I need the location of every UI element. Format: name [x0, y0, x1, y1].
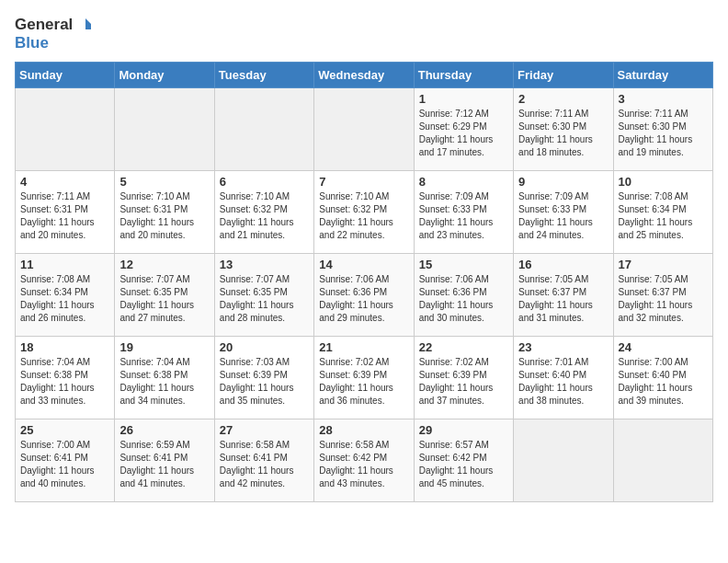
calendar-cell: [314, 87, 414, 170]
calendar-cell: [214, 87, 313, 170]
week-row-2: 4Sunrise: 7:11 AMSunset: 6:31 PMDaylight…: [16, 170, 713, 253]
page-header: General Blue: [15, 15, 713, 52]
calendar-cell: 18Sunrise: 7:04 AMSunset: 6:38 PMDayligh…: [16, 336, 115, 419]
day-number: 15: [419, 258, 508, 271]
header-day-tuesday: Tuesday: [214, 62, 313, 87]
logo-blue: Blue: [15, 35, 93, 52]
calendar-cell: 6Sunrise: 7:10 AMSunset: 6:32 PMDaylight…: [214, 170, 313, 253]
calendar-cell: 5Sunrise: 7:10 AMSunset: 6:31 PMDaylight…: [115, 170, 214, 253]
calendar-cell: 28Sunrise: 6:58 AMSunset: 6:42 PMDayligh…: [314, 419, 414, 501]
day-number: 26: [119, 423, 209, 437]
svg-rect-1: [85, 24, 91, 29]
day-number: 21: [319, 340, 408, 354]
day-number: 23: [518, 340, 608, 354]
day-info: Sunrise: 7:06 AMSunset: 6:36 PMDaylight:…: [319, 273, 408, 325]
calendar-table: SundayMondayTuesdayWednesdayThursdayFrid…: [15, 62, 713, 502]
day-number: 4: [20, 175, 109, 189]
calendar-cell: 21Sunrise: 7:02 AMSunset: 6:39 PMDayligh…: [314, 336, 414, 419]
header-day-thursday: Thursday: [414, 62, 513, 87]
calendar-cell: 1Sunrise: 7:12 AMSunset: 6:29 PMDaylight…: [414, 87, 513, 170]
calendar-cell: 13Sunrise: 7:07 AMSunset: 6:35 PMDayligh…: [214, 253, 313, 336]
calendar-cell: 11Sunrise: 7:08 AMSunset: 6:34 PMDayligh…: [16, 253, 115, 336]
calendar-cell: [613, 419, 712, 501]
day-number: 7: [319, 175, 408, 189]
week-row-1: 1Sunrise: 7:12 AMSunset: 6:29 PMDaylight…: [16, 87, 713, 170]
header-day-friday: Friday: [514, 62, 613, 87]
logo-bird-icon: [73, 15, 93, 35]
day-number: 24: [619, 340, 708, 354]
calendar-cell: 7Sunrise: 7:10 AMSunset: 6:32 PMDaylight…: [314, 170, 414, 253]
day-number: 22: [419, 340, 508, 354]
day-number: 8: [419, 175, 508, 189]
day-info: Sunrise: 7:07 AMSunset: 6:35 PMDaylight:…: [220, 273, 309, 325]
calendar-cell: 10Sunrise: 7:08 AMSunset: 6:34 PMDayligh…: [613, 170, 712, 253]
calendar-cell: 27Sunrise: 6:58 AMSunset: 6:41 PMDayligh…: [214, 419, 313, 501]
logo-general: General: [15, 17, 73, 34]
week-row-5: 25Sunrise: 7:00 AMSunset: 6:41 PMDayligh…: [16, 419, 713, 501]
calendar-cell: 24Sunrise: 7:00 AMSunset: 6:40 PMDayligh…: [613, 336, 712, 419]
day-number: 25: [20, 423, 109, 437]
day-info: Sunrise: 6:59 AMSunset: 6:41 PMDaylight:…: [119, 439, 209, 490]
day-number: 6: [220, 175, 309, 189]
calendar-cell: 15Sunrise: 7:06 AMSunset: 6:36 PMDayligh…: [414, 253, 513, 336]
day-info: Sunrise: 7:11 AMSunset: 6:30 PMDaylight:…: [518, 108, 608, 159]
calendar-cell: 25Sunrise: 7:00 AMSunset: 6:41 PMDayligh…: [16, 419, 115, 501]
day-info: Sunrise: 7:02 AMSunset: 6:39 PMDaylight:…: [319, 356, 408, 408]
day-number: 17: [619, 258, 708, 271]
day-info: Sunrise: 7:00 AMSunset: 6:41 PMDaylight:…: [20, 439, 109, 490]
calendar-cell: [16, 87, 115, 170]
calendar-cell: 23Sunrise: 7:01 AMSunset: 6:40 PMDayligh…: [514, 336, 613, 419]
calendar-cell: 19Sunrise: 7:04 AMSunset: 6:38 PMDayligh…: [115, 336, 214, 419]
day-info: Sunrise: 7:04 AMSunset: 6:38 PMDaylight:…: [119, 356, 209, 408]
calendar-header-row: SundayMondayTuesdayWednesdayThursdayFrid…: [16, 62, 713, 87]
day-number: 18: [20, 340, 109, 354]
day-number: 5: [119, 175, 209, 189]
day-number: 12: [119, 258, 209, 271]
header-day-saturday: Saturday: [613, 62, 712, 87]
day-info: Sunrise: 7:09 AMSunset: 6:33 PMDaylight:…: [518, 190, 608, 242]
calendar-cell: 8Sunrise: 7:09 AMSunset: 6:33 PMDaylight…: [414, 170, 513, 253]
day-number: 28: [319, 423, 408, 437]
day-info: Sunrise: 7:12 AMSunset: 6:29 PMDaylight:…: [419, 108, 508, 159]
day-number: 13: [220, 258, 309, 271]
header-day-monday: Monday: [115, 62, 214, 87]
day-number: 27: [220, 423, 309, 437]
day-info: Sunrise: 7:00 AMSunset: 6:40 PMDaylight:…: [619, 356, 708, 408]
day-number: 20: [220, 340, 309, 354]
day-number: 19: [119, 340, 209, 354]
day-info: Sunrise: 7:10 AMSunset: 6:32 PMDaylight:…: [319, 190, 408, 242]
day-info: Sunrise: 7:11 AMSunset: 6:31 PMDaylight:…: [20, 190, 109, 242]
calendar-cell: 2Sunrise: 7:11 AMSunset: 6:30 PMDaylight…: [514, 87, 613, 170]
day-info: Sunrise: 7:10 AMSunset: 6:32 PMDaylight:…: [220, 190, 309, 242]
day-info: Sunrise: 7:11 AMSunset: 6:30 PMDaylight:…: [619, 108, 708, 159]
day-number: 11: [20, 258, 109, 271]
svg-marker-0: [85, 18, 91, 24]
calendar-cell: 26Sunrise: 6:59 AMSunset: 6:41 PMDayligh…: [115, 419, 214, 501]
calendar-cell: 9Sunrise: 7:09 AMSunset: 6:33 PMDaylight…: [514, 170, 613, 253]
week-row-3: 11Sunrise: 7:08 AMSunset: 6:34 PMDayligh…: [16, 253, 713, 336]
day-info: Sunrise: 7:06 AMSunset: 6:36 PMDaylight:…: [419, 273, 508, 325]
day-info: Sunrise: 7:03 AMSunset: 6:39 PMDaylight:…: [220, 356, 309, 408]
day-number: 3: [619, 92, 708, 106]
calendar-cell: 22Sunrise: 7:02 AMSunset: 6:39 PMDayligh…: [414, 336, 513, 419]
day-info: Sunrise: 7:09 AMSunset: 6:33 PMDaylight:…: [419, 190, 508, 242]
day-info: Sunrise: 6:58 AMSunset: 6:42 PMDaylight:…: [319, 439, 408, 490]
day-number: 1: [419, 92, 508, 106]
day-number: 9: [518, 175, 608, 189]
calendar-cell: 12Sunrise: 7:07 AMSunset: 6:35 PMDayligh…: [115, 253, 214, 336]
day-info: Sunrise: 7:10 AMSunset: 6:31 PMDaylight:…: [119, 190, 209, 242]
day-info: Sunrise: 7:08 AMSunset: 6:34 PMDaylight:…: [619, 190, 708, 242]
calendar-cell: 14Sunrise: 7:06 AMSunset: 6:36 PMDayligh…: [314, 253, 414, 336]
calendar-cell: [514, 419, 613, 501]
day-info: Sunrise: 6:58 AMSunset: 6:41 PMDaylight:…: [220, 439, 309, 490]
calendar-cell: 17Sunrise: 7:05 AMSunset: 6:37 PMDayligh…: [613, 253, 712, 336]
day-info: Sunrise: 6:57 AMSunset: 6:42 PMDaylight:…: [419, 439, 508, 490]
day-info: Sunrise: 7:04 AMSunset: 6:38 PMDaylight:…: [20, 356, 109, 408]
calendar-cell: 20Sunrise: 7:03 AMSunset: 6:39 PMDayligh…: [214, 336, 313, 419]
day-info: Sunrise: 7:07 AMSunset: 6:35 PMDaylight:…: [119, 273, 209, 325]
logo: General Blue: [15, 15, 93, 52]
day-info: Sunrise: 7:02 AMSunset: 6:39 PMDaylight:…: [419, 356, 508, 408]
calendar-cell: [115, 87, 214, 170]
day-number: 14: [319, 258, 408, 271]
header-day-wednesday: Wednesday: [314, 62, 414, 87]
